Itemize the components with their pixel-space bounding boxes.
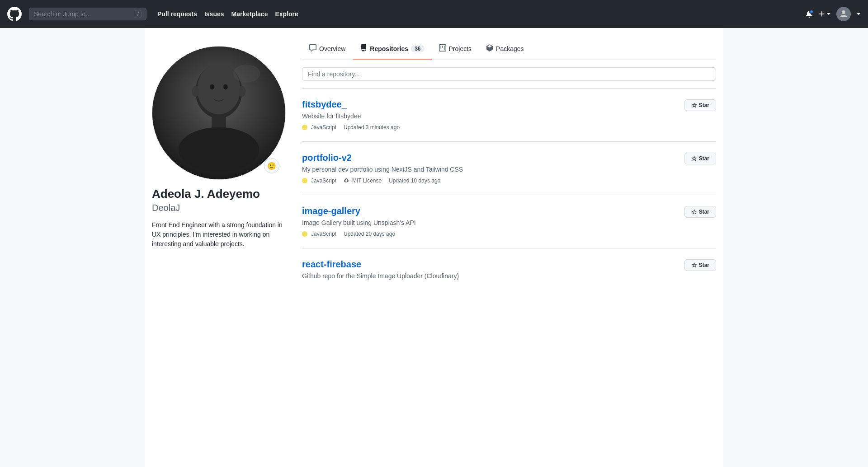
- page-wrapper: 🙂 Adeola J. Adeyemo DeolaJ Front End Eng…: [145, 28, 723, 467]
- repo-name-link[interactable]: fitsbydee_: [302, 99, 347, 110]
- repo-info: portfolio-v2 My personal dev portfolio u…: [302, 153, 677, 184]
- repo-name-link[interactable]: react-firebase: [302, 259, 361, 270]
- star-button[interactable]: ☆ Star: [684, 259, 716, 271]
- search-box[interactable]: Search or Jump to... /: [29, 8, 146, 20]
- license-text: MIT License: [352, 177, 382, 184]
- repo-description: My personal dev portfolio using NextJS a…: [302, 166, 677, 173]
- star-button[interactable]: ☆ Star: [684, 99, 716, 111]
- star-label: Star: [699, 209, 709, 215]
- repo-license: MIT License: [344, 177, 382, 184]
- repo-meta: JavaScript MIT License Updated 10 days a…: [302, 177, 677, 184]
- repo-name-link[interactable]: portfolio-v2: [302, 153, 352, 163]
- repo-description: Website for fitsbydee: [302, 112, 677, 120]
- repo-description: Image Gallery built using Unsplash's API: [302, 219, 677, 226]
- repo-updated: Updated 10 days ago: [389, 177, 440, 184]
- tab-packages-label: Packages: [496, 45, 524, 52]
- star-icon: ☆: [691, 155, 697, 162]
- projects-icon: [439, 44, 446, 53]
- nav-explore[interactable]: Explore: [275, 10, 298, 18]
- list-item: fitsbydee_ Website for fitsbydee JavaScr…: [302, 88, 716, 141]
- star-button[interactable]: ☆ Star: [684, 153, 716, 164]
- language-name: JavaScript: [311, 124, 336, 131]
- slash-key-badge: /: [135, 10, 142, 18]
- svg-point-9: [233, 65, 260, 83]
- language-dot: [302, 231, 307, 237]
- notification-dot: [809, 9, 814, 14]
- overview-icon: [309, 44, 316, 53]
- profile-username: DeolaJ: [152, 203, 288, 213]
- profile-sidebar: 🙂 Adeola J. Adeyemo DeolaJ Front End Eng…: [152, 39, 288, 456]
- emoji-icon: 🙂: [267, 162, 276, 170]
- star-label: Star: [699, 102, 709, 108]
- repo-search-input[interactable]: [302, 67, 716, 81]
- repo-language: JavaScript: [302, 231, 336, 237]
- repo-updated: Updated 3 minutes ago: [344, 124, 400, 131]
- navbar-right: [806, 7, 861, 21]
- svg-point-10: [179, 76, 198, 89]
- nav-issues[interactable]: Issues: [204, 10, 224, 18]
- avatar-wrapper: 🙂: [152, 46, 286, 180]
- star-icon: ☆: [691, 102, 697, 109]
- nav-links: Pull requests Issues Marketplace Explore: [157, 10, 298, 18]
- profile-display-name: Adeola J. Adeyemo: [152, 187, 288, 201]
- star-button[interactable]: ☆ Star: [684, 206, 716, 218]
- star-icon: ☆: [691, 208, 697, 215]
- tab-projects[interactable]: Projects: [432, 39, 479, 60]
- repo-description: Github repo for the Simple Image Uploade…: [302, 272, 677, 280]
- language-dot: [302, 125, 307, 130]
- repo-info: image-gallery Image Gallery built using …: [302, 206, 677, 237]
- main-content: Overview Repositories 36 Projects: [302, 39, 716, 456]
- language-name: JavaScript: [311, 231, 336, 237]
- user-menu-arrow[interactable]: [856, 12, 861, 16]
- tab-overview[interactable]: Overview: [302, 39, 353, 60]
- user-avatar-button[interactable]: [836, 7, 851, 21]
- svg-point-6: [223, 84, 228, 89]
- svg-point-5: [210, 84, 214, 89]
- list-item: react-firebase Github repo for the Simpl…: [302, 248, 716, 295]
- repo-updated: Updated 20 days ago: [344, 231, 395, 237]
- tab-repositories-label: Repositories: [370, 45, 408, 52]
- star-label: Star: [699, 155, 709, 162]
- profile-bio: Front End Engineer with a strong foundat…: [152, 220, 288, 249]
- tab-repositories[interactable]: Repositories 36: [353, 39, 431, 60]
- svg-point-3: [179, 127, 259, 172]
- repository-list: fitsbydee_ Website for fitsbydee JavaScr…: [302, 88, 716, 295]
- svg-rect-2: [212, 116, 226, 129]
- language-name: JavaScript: [311, 177, 336, 184]
- repositories-count-badge: 36: [411, 45, 424, 52]
- tab-overview-label: Overview: [319, 45, 345, 52]
- repo-meta: JavaScript Updated 3 minutes ago: [302, 124, 677, 131]
- emoji-status-button[interactable]: 🙂: [264, 158, 279, 173]
- packages-icon: [486, 44, 493, 53]
- profile-tabs: Overview Repositories 36 Projects: [302, 39, 716, 60]
- repo-info: fitsbydee_ Website for fitsbydee JavaScr…: [302, 99, 677, 131]
- profile-avatar: [152, 46, 286, 180]
- repo-meta: JavaScript Updated 20 days ago: [302, 231, 677, 237]
- language-dot: [302, 178, 307, 183]
- svg-point-8: [239, 86, 246, 97]
- tab-projects-label: Projects: [449, 45, 472, 52]
- github-logo[interactable]: [7, 7, 22, 21]
- star-icon: ☆: [691, 262, 697, 269]
- repo-name-link[interactable]: image-gallery: [302, 206, 360, 216]
- repositories-icon: [360, 44, 367, 53]
- list-item: portfolio-v2 My personal dev portfolio u…: [302, 141, 716, 195]
- nav-pull-requests[interactable]: Pull requests: [157, 10, 197, 18]
- list-item: image-gallery Image Gallery built using …: [302, 195, 716, 248]
- notifications-button[interactable]: [806, 10, 813, 18]
- tab-packages[interactable]: Packages: [479, 39, 531, 60]
- repo-language: JavaScript: [302, 177, 336, 184]
- create-menu-button[interactable]: [818, 10, 831, 18]
- star-label: Star: [699, 262, 709, 268]
- nav-marketplace[interactable]: Marketplace: [231, 10, 268, 18]
- repo-search-row: [302, 67, 716, 81]
- repo-info: react-firebase Github repo for the Simpl…: [302, 259, 677, 284]
- search-placeholder-text: Search or Jump to...: [34, 10, 91, 18]
- repo-language: JavaScript: [302, 124, 336, 131]
- navbar: Search or Jump to... / Pull requests Iss…: [0, 0, 868, 28]
